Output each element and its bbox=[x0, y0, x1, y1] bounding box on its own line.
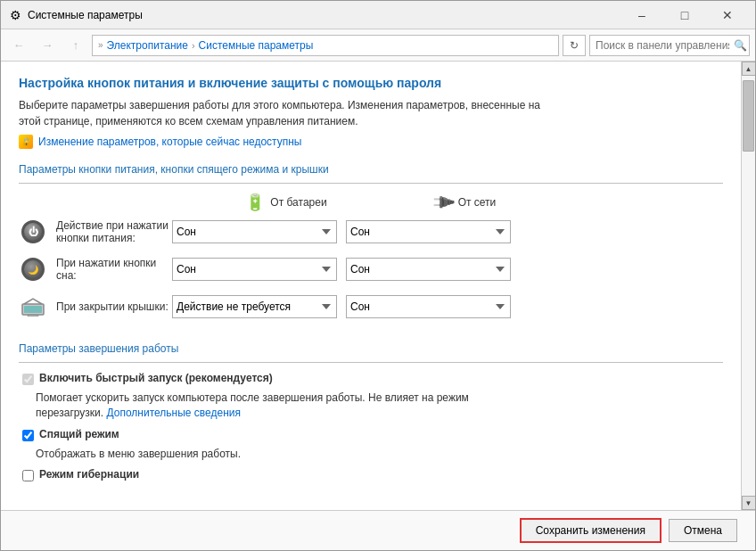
sleep-button-battery-select[interactable]: Сон Завершение работы Гибернация Действи… bbox=[172, 258, 337, 281]
power-button-label: Действие при нажатии кнопки питания: bbox=[56, 219, 172, 244]
sleep-mode-label: Спящий режим bbox=[39, 428, 119, 440]
shutdown-section-label: Параметры завершения работы bbox=[19, 342, 723, 355]
sleep-button-label: При нажатии кнопки сна: bbox=[56, 257, 172, 282]
power-button-row: ⏻ Действие при нажатии кнопки питания: С… bbox=[19, 218, 723, 246]
sleep-circle-icon: 🌙 bbox=[21, 258, 45, 281]
bottom-bar: Сохранить изменения Отмена bbox=[1, 510, 755, 550]
hibernate-label: Режим гибернации bbox=[39, 468, 139, 481]
hibernate-checkbox[interactable] bbox=[22, 470, 34, 481]
search-input[interactable] bbox=[589, 35, 750, 56]
lid-power-select[interactable]: Сон Завершение работы Гибернация Действи… bbox=[346, 295, 511, 318]
sleep-mode-desc: Отображать в меню завершения работы. bbox=[36, 447, 723, 462]
power-button-dropdowns: Сон Завершение работы Гибернация Действи… bbox=[172, 220, 723, 243]
page-title: Настройка кнопок питания и включение защ… bbox=[19, 76, 723, 90]
power-label: От сети bbox=[458, 196, 497, 209]
column-headers: 🔋 От батареи 🔌 От сети bbox=[197, 193, 723, 212]
forward-button[interactable]: → bbox=[35, 34, 60, 57]
power-button-battery-select[interactable]: Сон Завершение работы Гибернация Действи… bbox=[172, 220, 337, 243]
sleep-mode-row: Спящий режим bbox=[22, 428, 723, 441]
save-button[interactable]: Сохранить изменения bbox=[520, 518, 662, 543]
address-bar: ← → ↑ » Электропитание › Системные парам… bbox=[1, 29, 755, 62]
section-divider-1 bbox=[19, 183, 723, 184]
title-bar-icon: ⚙ bbox=[8, 8, 22, 22]
scroll-up-button[interactable]: ▲ bbox=[742, 62, 756, 76]
scroll-down-button[interactable]: ▼ bbox=[742, 496, 756, 510]
cancel-button[interactable]: Отмена bbox=[669, 519, 737, 542]
fast-startup-more-link[interactable]: Дополнительные сведения bbox=[106, 407, 240, 419]
title-bar-text: Системные параметры bbox=[28, 9, 621, 21]
power-circle-icon: ⏻ bbox=[21, 220, 45, 243]
unavailable-link-row: 🔒 Изменение параметров, которые сейчас н… bbox=[19, 135, 723, 149]
power-button-power-select[interactable]: Сон Завершение работы Гибернация Действи… bbox=[346, 220, 511, 243]
shield-icon: 🔒 bbox=[19, 135, 33, 149]
scroll-track[interactable] bbox=[742, 76, 755, 496]
sleep-button-power-select[interactable]: Сон Завершение работы Гибернация Действи… bbox=[346, 258, 511, 281]
sleep-button-dropdowns: Сон Завершение работы Гибернация Действи… bbox=[172, 258, 723, 281]
up-button[interactable]: ↑ bbox=[63, 34, 88, 57]
plug-icon: 🔌 bbox=[429, 188, 456, 216]
sleep-button-icon: 🌙 bbox=[19, 255, 47, 284]
section-divider-2 bbox=[19, 362, 723, 363]
title-bar-buttons: – □ ✕ bbox=[621, 3, 748, 28]
breadcrumb-part1[interactable]: Электропитание bbox=[107, 39, 188, 52]
lid-label: При закрытии крышки: bbox=[56, 300, 172, 313]
sleep-button-row: 🌙 При нажатии кнопки сна: Сон Завершение… bbox=[19, 255, 723, 284]
content-area: Настройка кнопок питания и включение защ… bbox=[1, 62, 755, 510]
battery-icon: 🔋 bbox=[245, 193, 265, 212]
lid-row: При закрытии крышки: Действие не требует… bbox=[19, 292, 723, 321]
scroll-thumb[interactable] bbox=[743, 80, 754, 152]
hibernate-row: Режим гибернации bbox=[22, 468, 723, 481]
title-bar: ⚙ Системные параметры – □ ✕ bbox=[1, 1, 755, 29]
lid-svg-icon bbox=[21, 297, 45, 317]
fast-startup-desc-text2: перезагрузки. bbox=[36, 407, 103, 419]
refresh-button[interactable]: ↻ bbox=[563, 35, 586, 56]
close-button[interactable]: ✕ bbox=[707, 3, 748, 28]
breadcrumb-part2[interactable]: Системные параметры bbox=[199, 39, 314, 52]
lid-dropdowns: Действие не требуется Сон Завершение раб… bbox=[172, 295, 723, 318]
scrollbar[interactable]: ▲ ▼ bbox=[741, 62, 755, 510]
maximize-button[interactable]: □ bbox=[664, 3, 705, 28]
main-panel: Настройка кнопок питания и включение защ… bbox=[1, 62, 741, 510]
fast-startup-label: Включить быстрый запуск (рекомендуется) bbox=[39, 372, 273, 384]
search-wrapper: 🔍 bbox=[589, 35, 750, 56]
main-window: ⚙ Системные параметры – □ ✕ ← → ↑ » Элек… bbox=[0, 0, 756, 551]
svg-rect-1 bbox=[24, 306, 42, 313]
breadcrumb-separator: › bbox=[192, 40, 195, 51]
power-button-section-label: Параметры кнопки питания, кнопки спящего… bbox=[19, 163, 723, 176]
lid-battery-select[interactable]: Действие не требуется Сон Завершение раб… bbox=[172, 295, 337, 318]
address-field[interactable]: » Электропитание › Системные параметры bbox=[92, 35, 559, 56]
power-button-icon: ⏻ bbox=[19, 218, 47, 246]
search-submit-button[interactable]: 🔍 bbox=[734, 39, 747, 52]
fast-startup-desc: Помогает ускорить запуск компьютера посл… bbox=[36, 391, 723, 421]
power-button-section: Параметры кнопки питания, кнопки спящего… bbox=[19, 163, 723, 330]
description: Выберите параметры завершения работы для… bbox=[19, 97, 723, 129]
minimize-button[interactable]: – bbox=[621, 3, 662, 28]
unavailable-link[interactable]: Изменение параметров, которые сейчас нед… bbox=[38, 136, 302, 148]
battery-column-header: 🔋 От батареи bbox=[197, 193, 375, 212]
shutdown-section: Параметры завершения работы Включить быс… bbox=[19, 342, 723, 487]
chevron-icon: » bbox=[98, 40, 103, 50]
power-column-header: 🔌 От сети bbox=[375, 193, 554, 212]
svg-rect-2 bbox=[28, 315, 38, 317]
sleep-mode-checkbox[interactable] bbox=[22, 430, 34, 441]
desc-line1: Выберите параметры завершения работы для… bbox=[19, 99, 540, 111]
battery-label: От батареи bbox=[270, 196, 326, 209]
lid-icon bbox=[19, 292, 47, 321]
back-button[interactable]: ← bbox=[6, 34, 31, 57]
fast-startup-row: Включить быстрый запуск (рекомендуется) bbox=[22, 372, 723, 385]
fast-startup-desc-text: Помогает ускорить запуск компьютера посл… bbox=[36, 391, 469, 404]
fast-startup-checkbox[interactable] bbox=[22, 374, 34, 385]
desc-line2: этой странице, применяются ко всем схема… bbox=[19, 115, 358, 127]
